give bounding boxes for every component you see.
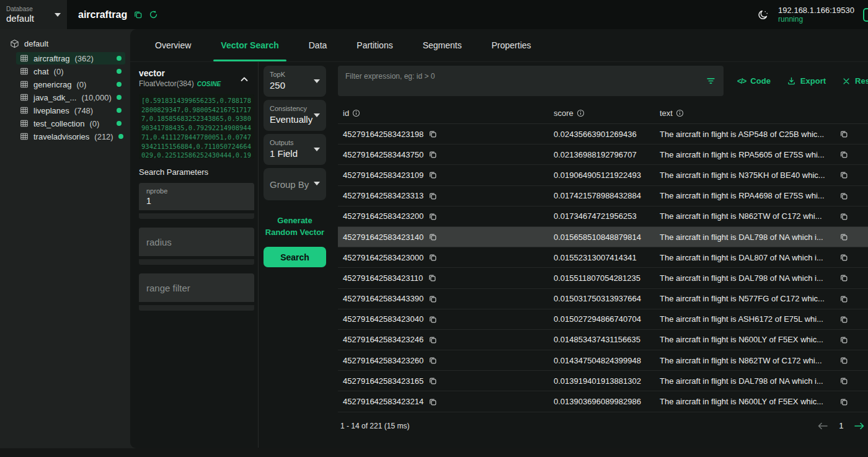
row-score: 0.015031750313937664	[554, 294, 660, 303]
filter-icon[interactable]	[706, 76, 716, 86]
copy-id-icon[interactable]	[428, 253, 437, 262]
column-header-score[interactable]: score	[554, 109, 660, 118]
filter-expression-field[interactable]	[338, 66, 724, 96]
bottom-strip	[0, 448, 868, 457]
export-button[interactable]: Export	[787, 76, 826, 86]
copy-text-icon[interactable]	[839, 335, 848, 344]
tab-label: Vector Search	[221, 40, 278, 50]
tab-partitions[interactable]: Partitions	[342, 29, 407, 61]
table-row[interactable]: 452791642583423313 0.017421578988432884 …	[338, 186, 868, 206]
outputs-select[interactable]: Outputs 1 Field	[264, 134, 326, 165]
table-row[interactable]: 452791642583423110 0.015511807054281235 …	[338, 268, 868, 288]
table-footer: 1 - 14 of 221 (15 ms) 1	[338, 421, 868, 431]
copy-id-icon[interactable]	[428, 295, 437, 303]
copy-id-icon[interactable]	[428, 150, 437, 159]
copy-text-icon[interactable]	[839, 315, 848, 324]
results-table: id score text 452791642583423198 0.02435…	[338, 102, 868, 412]
tab-overview[interactable]: Overview	[140, 29, 206, 61]
nprobe-input[interactable]: nprobe 1	[139, 183, 254, 210]
copy-text-icon[interactable]	[839, 376, 848, 385]
tab-label: Overview	[155, 40, 191, 50]
copy-id-icon[interactable]	[428, 192, 437, 200]
table-row[interactable]: 452791642583443390 0.015031750313937664 …	[338, 289, 868, 309]
collection-name: liveplanes	[33, 106, 69, 115]
copy-text-icon[interactable]	[839, 397, 848, 406]
copy-id-icon[interactable]	[428, 130, 437, 138]
table-row[interactable]: 452791642583423040 0.015027294866740704 …	[338, 309, 868, 330]
table-row[interactable]: 452791642583423198 0.02435663901269436 T…	[338, 124, 868, 144]
database-selector[interactable]: Database default	[0, 0, 67, 29]
table-row[interactable]: 452791642583423214 0.013903696089982986 …	[338, 391, 868, 412]
copy-id-icon[interactable]	[428, 356, 437, 365]
column-header-text[interactable]: text	[660, 109, 868, 118]
row-score: 0.014853437431156635	[554, 335, 660, 344]
copy-text-icon[interactable]	[839, 212, 848, 221]
copy-text-icon[interactable]	[839, 130, 848, 138]
copy-id-icon[interactable]	[428, 315, 437, 324]
copy-text-icon[interactable]	[839, 192, 848, 200]
table-row[interactable]: 452791642583423260 0.014347504824399948 …	[338, 350, 868, 371]
copy-id-icon[interactable]	[428, 212, 437, 221]
sidebar-database-node[interactable]: default	[0, 37, 130, 52]
database-selector-label: Database	[6, 6, 55, 13]
refresh-icon[interactable]	[149, 10, 158, 19]
input-underline	[139, 213, 254, 219]
theme-toggle-moon-icon[interactable]	[757, 9, 769, 21]
disconnect-icon[interactable]	[863, 8, 868, 22]
table-row[interactable]: 452791642583423200 0.01734674721956253 T…	[338, 206, 868, 227]
copy-id-icon[interactable]	[428, 171, 437, 179]
table-row[interactable]: 452791642583423109 0.019064905121922493 …	[338, 165, 868, 185]
vector-value-input[interactable]: [0.5918314399656235,0.7881782800829347,0…	[139, 94, 254, 159]
connection-info: 192.168.1.166:19530 running	[778, 6, 854, 24]
search-button[interactable]: Search	[264, 247, 326, 267]
copy-text-icon[interactable]	[839, 356, 848, 365]
copy-id-icon[interactable]	[428, 397, 437, 406]
sidebar-collection-item[interactable]: traveladvisories (212)	[16, 130, 125, 143]
table-row[interactable]: 452791642583423165 0.013919401913881302 …	[338, 371, 868, 391]
copy-text-icon[interactable]	[839, 150, 848, 159]
copy-id-icon[interactable]	[428, 233, 437, 241]
column-header-id[interactable]: id	[343, 109, 554, 118]
radius-input[interactable]: radius	[139, 228, 254, 256]
range-filter-input[interactable]: range filter	[139, 273, 254, 302]
sidebar-collection-item[interactable]: genericrag (0)	[16, 78, 125, 91]
sidebar-collection-item[interactable]: java_sdk_... (10,000)	[16, 91, 125, 104]
copy-text-icon[interactable]	[839, 273, 848, 282]
code-button[interactable]: </>Code	[737, 76, 771, 86]
sidebar-collection-item[interactable]: aircraftrag (362)	[16, 52, 125, 64]
nprobe-value: 1	[146, 196, 247, 206]
row-text: The aircraft in flight is N862TW of C172…	[660, 211, 822, 221]
tab-data[interactable]: Data	[294, 29, 342, 61]
sidebar-collection-item[interactable]: chat (0)	[16, 65, 125, 78]
loaded-status-dot	[117, 121, 122, 126]
copy-text-icon[interactable]	[839, 295, 848, 303]
groupby-select[interactable]: Group By	[264, 168, 326, 200]
row-text: The aircraft in flight is DAL798 of NA w…	[660, 233, 823, 242]
copy-collection-name-icon[interactable]	[133, 10, 143, 19]
sidebar-collection-item[interactable]: test_collection (0)	[16, 117, 125, 130]
table-row[interactable]: 452791642583423000 0.01552313007414341 T…	[338, 247, 868, 268]
reset-button[interactable]: Reset	[842, 76, 868, 86]
copy-id-icon[interactable]	[428, 335, 437, 344]
chevron-up-icon[interactable]	[239, 74, 249, 84]
generate-random-vector-link[interactable]: Generate Random Vector	[264, 215, 326, 238]
topk-select[interactable]: TopK 250	[264, 66, 326, 97]
sidebar-collection-item[interactable]: liveplanes (748)	[16, 104, 125, 117]
copy-id-icon[interactable]	[428, 376, 437, 385]
collection-list: aircraftrag (362) chat (0) genericrag (0…	[0, 52, 130, 143]
collection-table-icon	[20, 54, 29, 63]
table-row[interactable]: 452791642583423246 0.014853437431156635 …	[338, 330, 868, 350]
table-row[interactable]: 452791642583443750 0.02136988192796707 T…	[338, 144, 868, 165]
table-row[interactable]: 452791642583423140 0.015658510848879814 …	[338, 227, 868, 247]
previous-page-icon[interactable]	[817, 421, 829, 431]
consistency-select[interactable]: Consistency Eventually	[264, 100, 326, 131]
copy-text-icon[interactable]	[839, 171, 848, 179]
filter-expression-input[interactable]	[345, 72, 701, 81]
copy-text-icon[interactable]	[839, 253, 848, 262]
tab-vector-search[interactable]: Vector Search	[206, 29, 293, 61]
tab-properties[interactable]: Properties	[477, 29, 546, 61]
next-page-icon[interactable]	[853, 421, 866, 431]
copy-text-icon[interactable]	[839, 233, 848, 241]
tab-segments[interactable]: Segments	[408, 29, 477, 61]
copy-id-icon[interactable]	[428, 273, 436, 282]
